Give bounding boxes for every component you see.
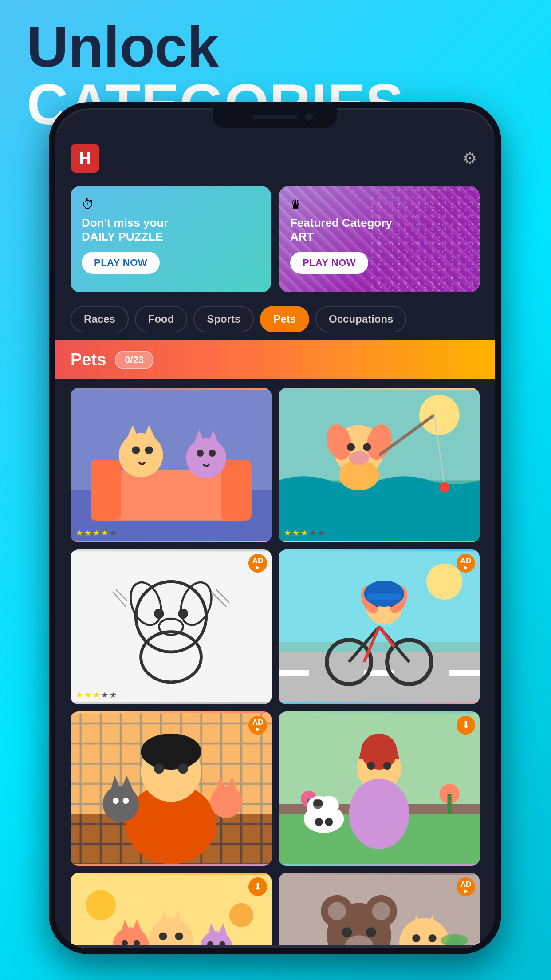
- ad-play-icon: ▶: [256, 565, 260, 570]
- svg-point-68: [141, 734, 201, 770]
- puzzle-card-5[interactable]: AD ▶: [71, 711, 272, 866]
- puzzle-img-7: [71, 873, 272, 948]
- star-3: ★: [301, 528, 308, 538]
- svg-point-14: [209, 450, 216, 457]
- ad-play-icon: ▶: [256, 727, 260, 731]
- svg-point-70: [178, 764, 188, 774]
- tab-sports[interactable]: Sports: [193, 306, 254, 332]
- bottom-bar: [55, 945, 495, 948]
- ad-label: AD: [252, 719, 264, 726]
- svg-point-33: [154, 609, 164, 619]
- svg-point-129: [372, 902, 390, 921]
- stars-row-3: ★ ★ ★ ★ ★: [76, 690, 117, 700]
- svg-point-95: [325, 818, 333, 826]
- svg-point-88: [361, 734, 398, 770]
- svg-point-71: [102, 786, 139, 822]
- stars-row-1: ★ ★ ★ ★ ★: [76, 528, 117, 538]
- phone-frame: H ⚙ ⏱ Don't miss yourDAILY PUZZLE PLAY N…: [49, 102, 501, 954]
- ad-play-icon: ▶: [464, 565, 468, 570]
- daily-play-button[interactable]: PLAY NOW: [82, 252, 160, 274]
- svg-point-98: [317, 800, 323, 806]
- svg-point-94: [315, 818, 323, 826]
- app-screen: H ⚙ ⏱ Don't miss yourDAILY PUZZLE PLAY N…: [55, 133, 495, 948]
- tab-food[interactable]: Food: [135, 306, 188, 332]
- svg-point-17: [419, 395, 460, 435]
- puzzle-card-7[interactable]: ⬇: [71, 873, 272, 948]
- star-2: ★: [292, 528, 299, 538]
- svg-point-87: [349, 778, 409, 849]
- banner-section: ⏱ Don't miss yourDAILY PUZZLE PLAY NOW ♛…: [55, 182, 495, 301]
- daily-puzzle-banner[interactable]: ⏱ Don't miss yourDAILY PUZZLE PLAY NOW: [71, 186, 271, 292]
- star-2: ★: [84, 528, 91, 538]
- svg-point-130: [342, 927, 352, 937]
- puzzle-card-4[interactable]: AD ▶: [279, 549, 480, 704]
- svg-rect-4: [221, 460, 252, 521]
- daily-banner-title: Don't miss yourDAILY PUZZLE: [82, 216, 260, 244]
- download-icon: ⬇: [462, 719, 470, 731]
- svg-point-89: [367, 762, 375, 770]
- puzzle-card-2[interactable]: ★ ★ ★ ★ ★: [279, 388, 480, 542]
- svg-point-23: [363, 443, 371, 451]
- tab-occupations[interactable]: Occupations: [315, 306, 406, 332]
- star-2: ★: [84, 690, 91, 700]
- star-1: ★: [76, 528, 83, 538]
- svg-point-9: [145, 446, 153, 454]
- puzzle-img-4: [279, 549, 480, 704]
- puzzle-img-6: [279, 711, 480, 866]
- star-1: ★: [76, 690, 83, 700]
- svg-point-10: [186, 438, 226, 478]
- puzzle-card-3[interactable]: ★ ★ ★ ★ ★ AD ▶: [71, 549, 272, 704]
- art-play-button[interactable]: PLAY NOW: [290, 252, 368, 274]
- section-title: Pets: [71, 350, 106, 369]
- star-4: ★: [309, 528, 316, 538]
- category-tabs: Races Food Sports Pets Occupations: [55, 301, 495, 340]
- clock-icon: ⏱: [82, 197, 260, 212]
- star-4: ★: [101, 690, 108, 700]
- puzzle-img-2: [279, 388, 480, 542]
- art-banner[interactable]: ♛ Featured CategoryART PLAY NOW: [279, 186, 480, 292]
- svg-rect-59: [367, 594, 401, 600]
- phone-notch: [213, 108, 337, 128]
- svg-point-74: [113, 798, 119, 804]
- svg-point-69: [154, 764, 164, 774]
- settings-button[interactable]: ⚙: [460, 148, 480, 168]
- svg-point-24: [349, 451, 369, 466]
- svg-point-5: [119, 433, 163, 478]
- camera: [305, 113, 313, 121]
- tab-races[interactable]: Races: [71, 306, 129, 332]
- svg-rect-44: [279, 670, 309, 676]
- art-banner-title: Featured CategoryART: [290, 216, 468, 244]
- svg-rect-43: [279, 652, 480, 702]
- star-5: ★: [318, 528, 325, 538]
- speaker: [253, 115, 297, 119]
- svg-point-131: [366, 927, 376, 937]
- stars-row-2: ★ ★ ★ ★ ★: [284, 528, 325, 538]
- puzzle-card-6[interactable]: ⬇: [279, 711, 480, 866]
- svg-point-101: [86, 890, 116, 921]
- tab-pets[interactable]: Pets: [260, 306, 309, 332]
- puzzle-grid: ★ ★ ★ ★ ★: [55, 388, 495, 948]
- svg-point-90: [383, 762, 391, 770]
- svg-point-102: [229, 903, 253, 927]
- puzzle-card-8[interactable]: AD ▶: [279, 873, 480, 948]
- svg-point-111: [159, 933, 167, 940]
- ad-label: AD: [460, 557, 472, 565]
- ad-badge-5: AD ▶: [248, 716, 267, 735]
- svg-point-34: [178, 609, 188, 619]
- star-1: ★: [284, 528, 291, 538]
- puzzle-card-1[interactable]: ★ ★ ★ ★ ★: [71, 388, 272, 542]
- svg-point-75: [123, 798, 129, 804]
- svg-rect-85: [448, 794, 452, 814]
- section-badge: 0/23: [115, 351, 153, 369]
- puzzle-img-3: [71, 549, 272, 704]
- ad-label: AD: [460, 881, 472, 888]
- puzzle-img-8: [279, 873, 480, 948]
- svg-rect-28: [71, 552, 272, 703]
- download-icon: ⬇: [254, 881, 262, 893]
- svg-point-42: [426, 564, 463, 600]
- app-header: H ⚙: [55, 133, 495, 182]
- svg-point-138: [428, 934, 436, 942]
- svg-point-27: [439, 482, 449, 493]
- star-5: ★: [110, 528, 117, 538]
- svg-point-127: [328, 902, 346, 921]
